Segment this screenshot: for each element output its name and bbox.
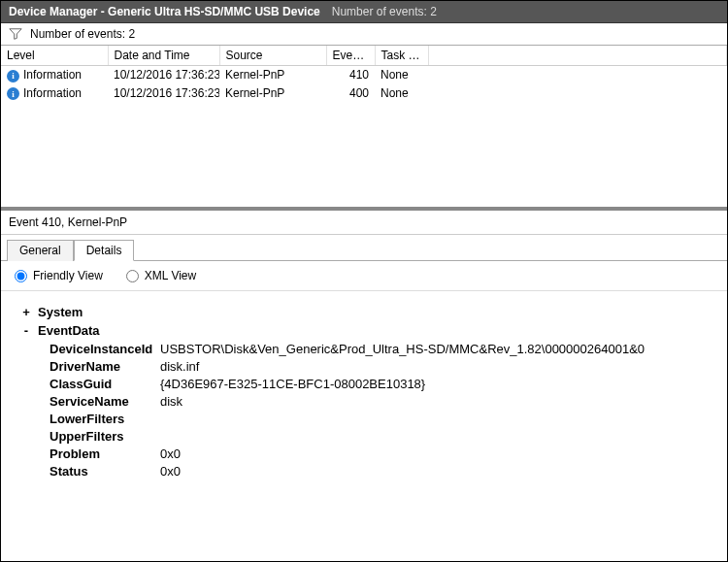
expand-icon[interactable]: + [20, 305, 32, 319]
radio-friendly-view[interactable]: Friendly View [15, 269, 103, 282]
tab-details[interactable]: Details [74, 240, 135, 261]
tab-general[interactable]: General [7, 240, 74, 261]
field-value: 0x0 [160, 446, 181, 461]
window-titlebar: Device Manager - Generic Ultra HS-SD/MMC… [1, 1, 727, 23]
cell-level: Information [23, 86, 82, 100]
field-value: USBSTOR\Disk&Ven_Generic&Prod_Ultra_HS-S… [160, 342, 645, 356]
table-row[interactable]: iInformation 10/12/2016 17:36:23 Kernel-… [1, 84, 727, 103]
radio-friendly-input[interactable] [15, 270, 27, 282]
field-value: disk [160, 394, 182, 409]
event-table: Level Date and Time Source Event ID Task… [1, 46, 727, 102]
window-subtitle: Number of events: 2 [332, 5, 437, 18]
field-key: Status [50, 464, 156, 479]
tree-label-system: System [38, 305, 83, 319]
field-value: disk.inf [160, 359, 199, 374]
field-key: ClassGuid [50, 377, 156, 391]
filter-icon[interactable] [9, 27, 22, 41]
cell-eventid: 410 [326, 66, 375, 84]
info-icon: i [7, 70, 19, 83]
info-icon: i [7, 87, 19, 100]
col-date[interactable]: Date and Time [108, 46, 219, 66]
tree-node-eventdata[interactable]: - EventData [20, 323, 708, 338]
field-value: 0x0 [160, 464, 181, 479]
cell-level: Information [23, 68, 82, 82]
field-key: ServiceName [50, 394, 156, 409]
radio-xml-label: XML View [145, 269, 196, 282]
field-classguid: ClassGuid {4D36E967-E325-11CE-BFC1-08002… [50, 377, 708, 391]
field-key: DriverName [50, 359, 156, 374]
cell-date: 10/12/2016 17:36:23 [108, 66, 219, 84]
cell-date: 10/12/2016 17:36:23 [108, 84, 219, 103]
field-problem: Problem 0x0 [50, 446, 708, 461]
cell-source: Kernel-PnP [219, 66, 326, 84]
cell-source: Kernel-PnP [219, 84, 326, 103]
filter-text: Number of events: 2 [30, 27, 135, 41]
collapse-icon[interactable]: - [20, 323, 32, 338]
col-task[interactable]: Task C... [375, 46, 428, 66]
radio-xml-input[interactable] [126, 270, 139, 282]
field-lowerfilters: LowerFilters [50, 412, 708, 426]
field-deviceinstanceid: DeviceInstanceId USBSTOR\Disk&Ven_Generi… [50, 342, 708, 356]
detail-tree: + System - EventData DeviceInstanceId US… [1, 291, 727, 561]
field-key: Problem [50, 446, 156, 461]
detail-header: Event 410, Kernel-PnP [1, 211, 727, 235]
field-key: LowerFilters [50, 412, 156, 426]
cell-eventid: 400 [326, 84, 375, 103]
cell-task: None [375, 84, 428, 103]
field-drivername: DriverName disk.inf [50, 359, 708, 374]
cell-task: None [375, 66, 428, 84]
field-value: {4D36E967-E325-11CE-BFC1-08002BE10318} [160, 377, 425, 391]
col-eventid[interactable]: Event ID [326, 46, 375, 66]
col-level[interactable]: Level [1, 46, 108, 66]
tree-label-eventdata: EventData [38, 323, 100, 338]
view-mode-row: Friendly View XML View [1, 261, 727, 291]
field-key: UpperFilters [50, 429, 156, 444]
col-spacer [428, 46, 727, 66]
field-servicename: ServiceName disk [50, 394, 708, 409]
event-grid[interactable]: Level Date and Time Source Event ID Task… [1, 46, 727, 211]
detail-tabs: General Details [1, 235, 727, 261]
field-key: DeviceInstanceId [50, 342, 156, 356]
col-source[interactable]: Source [219, 46, 326, 66]
field-upperfilters: UpperFilters [50, 429, 708, 444]
filter-bar: Number of events: 2 [1, 23, 727, 46]
radio-xml-view[interactable]: XML View [126, 269, 196, 282]
tree-node-system[interactable]: + System [20, 305, 708, 319]
field-status: Status 0x0 [50, 464, 708, 479]
table-header-row: Level Date and Time Source Event ID Task… [1, 46, 727, 66]
table-row[interactable]: iInformation 10/12/2016 17:36:23 Kernel-… [1, 66, 727, 84]
window-title: Device Manager - Generic Ultra HS-SD/MMC… [9, 5, 320, 18]
radio-friendly-label: Friendly View [33, 269, 103, 282]
